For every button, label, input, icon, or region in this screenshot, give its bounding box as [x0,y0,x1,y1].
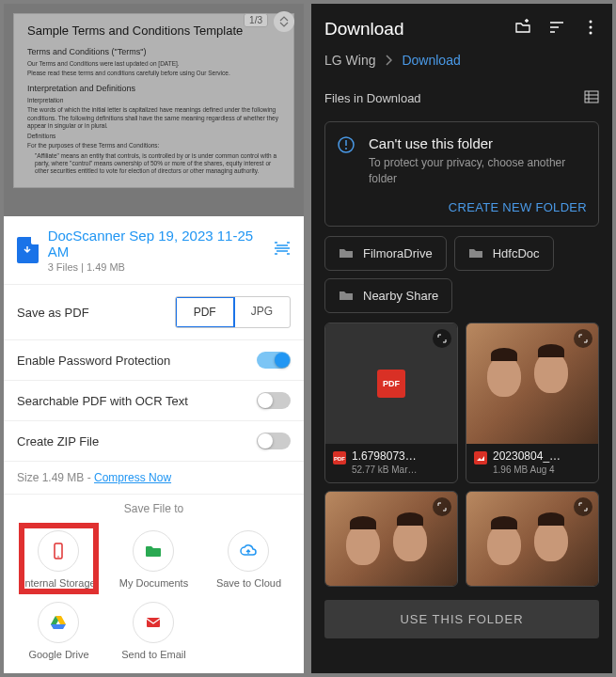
svg-rect-6 [585,91,598,102]
password-label: Enable Password Protection [17,354,170,368]
format-pdf[interactable]: PDF [175,296,235,328]
file-sub: 3 Files | 1.49 MB [48,261,264,273]
ocr-label: Searchable PDF with OCR Text [17,394,188,408]
dest-save-cloud[interactable]: Save to Cloud [201,527,296,598]
password-toggle[interactable] [257,352,291,369]
more-icon[interactable] [582,19,599,39]
breadcrumb: LG Wing Download [311,53,612,81]
ocr-toggle[interactable] [257,392,291,409]
file-card-image-2[interactable] [324,491,458,587]
file-name: DocScanner Sep 19, 2023 11-25 AM [48,228,264,260]
page-nav[interactable] [274,11,294,32]
pdf-icon: PDF [333,451,346,464]
create-folder-button[interactable]: CREATE NEW FOLDER [337,200,587,214]
folder-icon [339,289,354,302]
image-icon [474,451,487,464]
dest-my-documents[interactable]: My Documents [106,527,201,598]
save-as-label: Save as PDF [17,306,89,320]
svg-text:PDF: PDF [334,456,345,462]
svg-point-3 [590,21,592,24]
expand-icon[interactable] [574,497,592,516]
files-in-label: Files in Download [324,91,421,105]
folder-icon [468,246,483,260]
pdf-badge: PDF [377,370,405,398]
svg-rect-11 [474,451,487,464]
file-icon [17,237,39,263]
document-preview: Sample Terms and Conditions Template Ter… [4,4,304,216]
sort-icon[interactable] [548,19,565,39]
folder-nearby-share[interactable]: Nearby Share [324,278,452,313]
compress-link[interactable]: Compress Now [94,471,171,484]
svg-point-8 [345,148,347,150]
dest-google-drive[interactable]: Google Drive [11,598,106,669]
view-list-icon[interactable] [584,90,599,106]
expand-icon[interactable] [433,329,451,348]
folder-filmoradrive[interactable]: FilmoraDrive [324,236,447,271]
file-card-image-3[interactable] [466,491,599,587]
file-card-pdf[interactable]: PDF PDF 1.6798073… 52.77 kB Mar… [324,323,458,483]
privacy-banner: Can't use this folder To protect your pr… [324,121,599,227]
scan-icon[interactable] [274,242,291,259]
svg-point-1 [58,556,60,558]
folder-hdfcdoc[interactable]: HdfcDoc [454,236,554,271]
folder-icon [339,246,354,260]
expand-icon[interactable] [574,329,592,348]
dest-send-email[interactable]: Send to Email [106,598,201,669]
alert-icon [337,135,355,154]
crumb-root[interactable]: LG Wing [324,53,375,68]
svg-rect-2 [147,618,160,627]
zip-toggle[interactable] [257,433,291,449]
format-segmented: PDF JPG [175,296,291,328]
expand-icon[interactable] [433,497,451,516]
file-header: DocScanner Sep 19, 2023 11-25 AM 3 Files… [4,216,304,284]
svg-point-4 [590,26,592,29]
crumb-current[interactable]: Download [402,53,460,68]
page-title: Download [324,19,404,39]
file-card-image[interactable]: 20230804_… 1.96 MB Aug 4 [466,323,599,483]
page-indicator: 1/3 [244,13,268,27]
svg-point-5 [590,32,592,35]
size-row: Size 1.49 MB - Compress Now [4,461,304,494]
doc-title: Sample Terms and Conditions Template [27,24,280,38]
format-jpg[interactable]: JPG [234,297,290,327]
save-to-label: Save File to [4,494,304,523]
new-folder-icon[interactable] [514,19,531,39]
use-folder-button[interactable]: USE THIS FOLDER [324,600,599,638]
chevron-right-icon [385,55,392,66]
dest-internal-storage[interactable]: Internal Storage [11,527,106,598]
zip-label: Create ZIP File [17,434,99,449]
